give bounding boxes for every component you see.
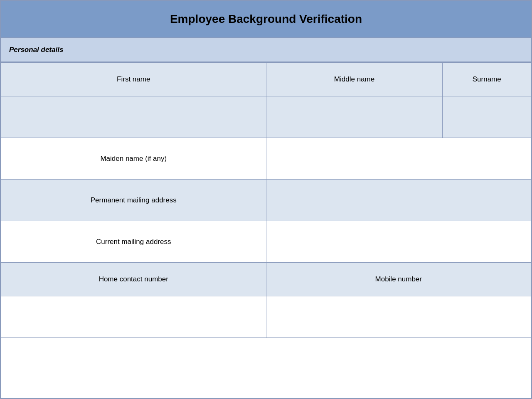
form-title: Employee Background Verification [1,1,531,38]
mobile-number-label: Mobile number [266,263,531,296]
current-mailing-input-cell[interactable] [266,221,531,263]
table-row: First name Middle name Surname [1,63,531,96]
home-contact-input[interactable] [10,313,258,321]
permanent-mailing-label: Permanent mailing address [1,180,266,221]
table-row: Current mailing address [1,221,531,263]
table-row [1,96,531,138]
surname-label: Surname [443,63,531,96]
maiden-name-label: Maiden name (if any) [1,138,266,180]
permanent-mailing-input-cell[interactable] [266,180,531,221]
section-header-personal-details: Personal details [1,38,531,62]
table-row: Permanent mailing address [1,180,531,221]
first-name-input-cell[interactable] [1,96,266,138]
first-name-label: First name [1,63,266,96]
surname-input-cell[interactable] [443,96,531,138]
mobile-number-input[interactable] [275,313,523,321]
home-contact-input-cell[interactable] [1,296,266,338]
surname-input[interactable] [451,113,522,121]
current-mailing-input[interactable] [275,238,523,246]
home-contact-label: Home contact number [1,263,266,296]
middle-name-input-cell[interactable] [266,96,443,138]
middle-name-label: Middle name [266,63,443,96]
permanent-mailing-input[interactable] [275,197,523,204]
table-row [1,296,531,338]
form-table: First name Middle name Surname Maiden na… [1,62,531,338]
middle-name-input[interactable] [275,113,434,121]
mobile-number-input-cell[interactable] [266,296,531,338]
table-row: Home contact number Mobile number [1,263,531,296]
form-container: Employee Background Verification Persona… [0,0,532,399]
maiden-name-input[interactable] [275,155,523,163]
current-mailing-label: Current mailing address [1,221,266,263]
maiden-name-input-cell[interactable] [266,138,531,180]
first-name-input[interactable] [10,113,258,121]
table-row: Maiden name (if any) [1,138,531,180]
